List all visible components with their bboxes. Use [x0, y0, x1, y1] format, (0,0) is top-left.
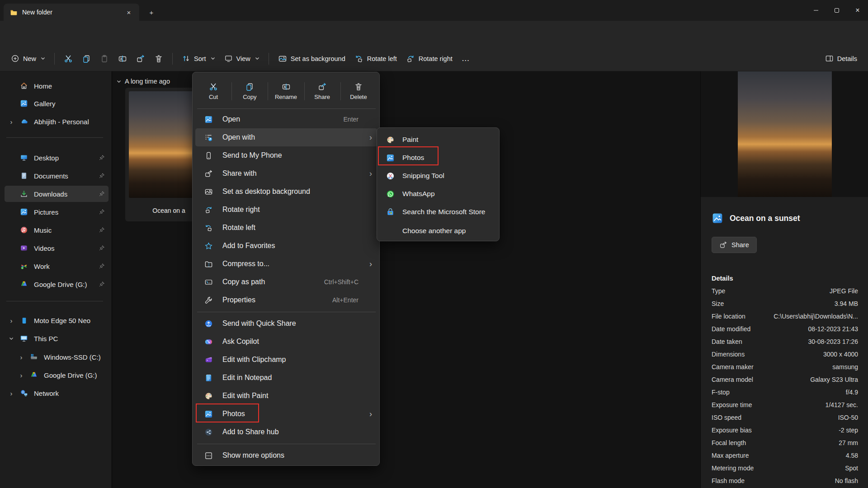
- share-button[interactable]: Share: [304, 76, 340, 107]
- close-button[interactable]: ×: [847, 0, 868, 20]
- copy-button[interactable]: Copy: [231, 76, 268, 107]
- set-as-background-button[interactable]: Set as background: [274, 51, 350, 67]
- sidebar-item-network[interactable]: › Network: [5, 385, 108, 401]
- delete-button[interactable]: [150, 51, 168, 67]
- rotate-left-button[interactable]: Rotate left: [350, 51, 401, 67]
- menu-item-send-with-quick-share[interactable]: Send with Quick Share: [195, 314, 377, 333]
- chevron-down-icon: [117, 80, 121, 83]
- cut-button[interactable]: Cut: [195, 76, 231, 107]
- clipchamp-icon: [202, 356, 215, 364]
- menu-item-add-to-share-hub[interactable]: Add to Share hub: [195, 423, 377, 441]
- menu-item-share-with[interactable]: Share with ›: [195, 164, 377, 183]
- menu-item-properties[interactable]: Properties Alt+Enter: [195, 291, 377, 309]
- new-tab-button[interactable]: +: [146, 6, 157, 18]
- menu-item-set-as-desktop-background[interactable]: Set as desktop background: [195, 183, 377, 201]
- sidebar-item-google-drive-g[interactable]: › Google Drive (G:): [5, 367, 108, 383]
- menu-item-copy-as-path[interactable]: Copy as path Ctrl+Shift+C: [195, 273, 377, 291]
- sidebar-item-home[interactable]: Home: [5, 78, 108, 94]
- sort-button[interactable]: Sort: [177, 51, 220, 67]
- menu-item-open[interactable]: Open Enter: [195, 110, 377, 128]
- sidebar-label: Downloads: [34, 190, 99, 198]
- maximize-button[interactable]: [826, 0, 847, 20]
- menu-item-compress-to[interactable]: Compress to... ›: [195, 255, 377, 273]
- sidebar-item-google-drive[interactable]: Google Drive (G:): [5, 276, 108, 292]
- menu-item-rotate-right[interactable]: Rotate right: [195, 201, 377, 219]
- menu-item-send-to-my-phone[interactable]: Send to My Phone: [195, 146, 377, 164]
- chevron-right-icon[interactable]: ›: [5, 389, 18, 397]
- sidebar-item-work[interactable]: Work: [5, 258, 108, 274]
- chevron-right-icon[interactable]: ›: [14, 353, 28, 361]
- red-highlight-menu-photos: [196, 404, 259, 422]
- detail-row: Date taken30-08-2023 17:26: [712, 335, 858, 348]
- sidebar-item-downloads[interactable]: Downloads: [5, 186, 108, 202]
- chevron-down-icon[interactable]: [5, 337, 18, 340]
- sidebar-item-desktop[interactable]: Desktop: [5, 150, 108, 166]
- chevron-right-icon[interactable]: ›: [14, 371, 28, 379]
- titlebar: New folder × + ×: [0, 0, 868, 21]
- new-label: New: [23, 55, 36, 62]
- divider: [172, 53, 173, 65]
- menu-item-edit-in-notepad[interactable]: Edit in Notepad: [195, 369, 377, 387]
- panel-share-button[interactable]: Share: [712, 237, 757, 253]
- sort-label: Sort: [194, 55, 206, 62]
- submenu-item-whatsapp[interactable]: WhatsApp: [379, 185, 498, 203]
- paste-button[interactable]: [95, 51, 113, 67]
- menu-item-open-with[interactable]: Open with ›: [195, 128, 377, 146]
- rename-button[interactable]: Rename: [268, 76, 304, 107]
- whatsapp-icon: [383, 190, 397, 198]
- submenu-item-snipping-tool[interactable]: Snipping Tool: [379, 167, 498, 185]
- preview-image[interactable]: [738, 71, 832, 197]
- sidebar-item-videos[interactable]: Videos: [5, 240, 108, 256]
- cut-button[interactable]: [59, 51, 77, 67]
- sidebar-label: Videos: [34, 244, 99, 252]
- copy-button[interactable]: [77, 51, 95, 67]
- submenu-item-search-microsoft-store[interactable]: Search the Microsoft Store: [379, 203, 498, 221]
- sidebar-item-documents[interactable]: Documents: [5, 168, 108, 184]
- details-pane-button[interactable]: Details: [821, 51, 862, 67]
- sidebar-item-windows-ssd[interactable]: › Windows-SSD (C:): [5, 349, 108, 365]
- details-header: Details: [712, 275, 733, 282]
- copy-path-icon: [202, 278, 215, 286]
- chevron-right-icon[interactable]: ›: [5, 317, 18, 324]
- menu-item-edit-with-paint[interactable]: Edit with Paint: [195, 387, 377, 405]
- sidebar-item-onedrive[interactable]: › Abhijith - Personal: [5, 113, 108, 130]
- more-options-button[interactable]: …: [457, 51, 474, 67]
- file-title-row: Ocean on a sunset: [712, 212, 800, 224]
- group-header[interactable]: A long time ago: [117, 78, 170, 85]
- menu-item-rotate-left[interactable]: Rotate left: [195, 219, 377, 237]
- ellipsis-icon: …: [462, 54, 470, 63]
- rotate-right-button[interactable]: Rotate right: [401, 51, 457, 67]
- detail-row: Dimensions3000 x 4000: [712, 348, 858, 361]
- detail-row: TypeJPEG File: [712, 285, 858, 297]
- network-icon: [18, 389, 30, 397]
- chevron-right-icon[interactable]: ›: [5, 118, 18, 126]
- menu-item-show-more-options[interactable]: Show more options: [195, 446, 377, 465]
- sidebar-item-gallery[interactable]: Gallery: [5, 95, 108, 112]
- delete-button[interactable]: Delete: [340, 76, 377, 107]
- submenu-item-paint[interactable]: Paint: [379, 131, 498, 149]
- explorer-tab[interactable]: New folder ×: [4, 4, 139, 21]
- tab-close-icon[interactable]: ×: [123, 6, 135, 18]
- menu-item-add-to-favorites[interactable]: Add to Favorites: [195, 237, 377, 255]
- detail-row: Size3.94 MB: [712, 297, 858, 310]
- copilot-icon: [202, 338, 215, 346]
- sidebar-label: Work: [34, 263, 99, 270]
- pin-icon: [99, 155, 105, 161]
- minimize-button[interactable]: [806, 0, 826, 20]
- pin-icon: [99, 227, 105, 233]
- details-label: Details: [837, 55, 857, 62]
- detail-row: Focal length27 mm: [712, 436, 858, 449]
- detail-row: Flash modeNo flash: [712, 474, 858, 487]
- view-label: View: [236, 55, 250, 62]
- sidebar-item-music[interactable]: Music: [5, 222, 108, 238]
- submenu-item-choose-another-app[interactable]: Choose another app: [379, 222, 498, 240]
- sidebar-item-pictures[interactable]: Pictures: [5, 204, 108, 220]
- menu-item-edit-with-clipchamp[interactable]: Edit with Clipchamp: [195, 351, 377, 369]
- new-button[interactable]: New: [6, 51, 50, 67]
- view-button[interactable]: View: [220, 51, 264, 67]
- sidebar-item-this-pc[interactable]: This PC: [5, 330, 108, 347]
- menu-item-ask-copilot[interactable]: Ask Copilot: [195, 333, 377, 351]
- sidebar-item-moto-edge[interactable]: › Moto Edge 50 Neo: [5, 312, 108, 328]
- rename-button[interactable]: [113, 51, 132, 67]
- share-button[interactable]: [132, 51, 150, 67]
